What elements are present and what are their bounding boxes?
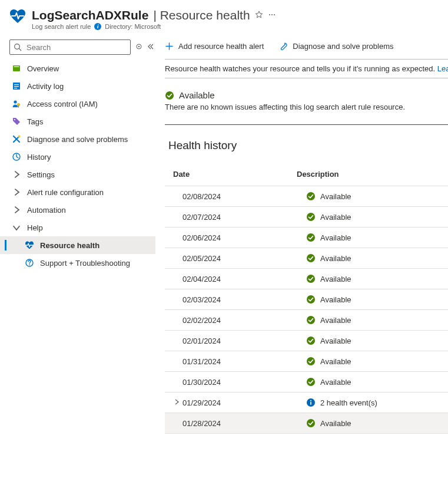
cell-description: Available [306, 212, 448, 222]
sidebar-item-alert-config[interactable]: Alert rule configuration [0, 183, 155, 201]
svg-rect-19 [18, 105, 19, 108]
svg-line-8 [19, 48, 21, 51]
status-ok-icon [306, 377, 316, 387]
svg-point-21 [18, 136, 21, 138]
cell-description: Available [306, 274, 448, 283]
status-block: Available There are no known issues affe… [165, 90, 448, 111]
expand-chevron-icon[interactable] [173, 398, 180, 405]
sidebar-item-label: Resource health [40, 241, 99, 250]
svg-rect-14 [14, 84, 19, 85]
tags-icon [12, 117, 21, 126]
cell-date: 02/02/2024 [182, 316, 306, 325]
iam-icon [12, 99, 21, 108]
table-row[interactable]: 02/02/2024Available [165, 310, 448, 331]
cell-date: 02/06/2024 [182, 233, 306, 242]
table-row[interactable]: 02/07/2024Available [165, 207, 448, 227]
cell-description: Available [306, 357, 448, 366]
sidebar-search-box[interactable] [9, 39, 131, 55]
toolbar: Add resource health alert Diagnose and s… [165, 37, 448, 59]
chevron-right-icon [12, 205, 21, 215]
status-ok-icon [306, 295, 316, 304]
more-menu-icon[interactable] [268, 11, 276, 21]
cell-date: 02/03/2024 [182, 295, 306, 304]
sidebar-item-label: Access control (IAM) [27, 100, 98, 108]
learn-more-link[interactable]: Lea [437, 64, 448, 73]
cell-date: 01/28/2024 [182, 419, 306, 428]
sidebar-item-label: Tags [27, 117, 43, 126]
support-icon [25, 258, 34, 268]
chevron-right-icon [12, 170, 21, 179]
sidebar-search-input[interactable] [25, 42, 127, 52]
section-divider [165, 124, 448, 125]
sidebar-item-automation[interactable]: Automation [0, 201, 155, 219]
status-ok-icon [306, 336, 316, 345]
cell-date: 01/29/2024 [182, 398, 306, 407]
table-row[interactable]: 01/30/2024Available [165, 372, 448, 393]
sidebar-item-help[interactable]: Help [0, 219, 155, 236]
cell-date: 02/01/2024 [182, 337, 306, 345]
table-row[interactable]: 02/01/2024Available [165, 331, 448, 351]
status-ok-icon [306, 357, 316, 366]
sidebar-item-activity-log[interactable]: Activity log [0, 77, 155, 95]
collapse-sidebar-icon[interactable] [147, 43, 154, 52]
page-title-suffix: | Resource health [153, 8, 250, 22]
resource-heart-icon [9, 8, 26, 27]
sidebar-item-settings[interactable]: Settings [0, 166, 155, 183]
cell-description: Available [306, 377, 448, 387]
main-content: Add resource health alert Diagnose and s… [155, 34, 448, 496]
sidebar-pin-icon[interactable] [135, 43, 142, 52]
search-icon [14, 43, 22, 51]
cell-date: 02/08/2024 [182, 192, 306, 201]
resource-health-icon [25, 240, 34, 250]
table-row[interactable]: 01/28/2024Available [165, 413, 448, 434]
sidebar-item-history[interactable]: History [0, 148, 155, 166]
info-badge-icon: i [94, 23, 101, 30]
plus-icon [165, 42, 174, 51]
col-header-date: Date [173, 170, 297, 179]
sidebar-item-tags[interactable]: Tags [0, 113, 155, 130]
status-ok-icon [306, 418, 316, 428]
sidebar-item-resource-health[interactable]: Resource health [0, 236, 155, 254]
table-row[interactable]: 01/29/20242 health event(s) [165, 393, 448, 413]
status-ok-icon [306, 315, 316, 325]
sidebar-item-label: Help [27, 223, 43, 232]
col-header-description: Description [297, 170, 448, 179]
chevron-down-icon [12, 223, 21, 232]
status-label: Available [179, 90, 215, 100]
cell-description: Available [306, 418, 448, 428]
sidebar-item-overview[interactable]: Overview [0, 60, 155, 77]
svg-rect-16 [14, 88, 17, 88]
favorite-star-icon[interactable] [255, 11, 263, 21]
svg-point-4 [269, 14, 270, 15]
cell-description: Available [306, 233, 448, 242]
info-bar: Resource health watches your resource an… [165, 59, 448, 78]
svg-point-7 [15, 44, 20, 50]
cell-date: 01/30/2024 [182, 378, 306, 387]
table-row[interactable]: 02/04/2024Available [165, 269, 448, 289]
cell-description: Available [306, 295, 448, 304]
activity-log-icon [12, 81, 21, 91]
add-health-alert-button[interactable]: Add resource health alert [165, 42, 264, 51]
table-row[interactable]: 01/31/2024Available [165, 351, 448, 372]
history-icon [12, 152, 21, 161]
sidebar-item-label: Support + Troubleshooting [40, 259, 130, 268]
directory-label: Directory: Microsoft [105, 23, 161, 30]
diagnose-icon [12, 134, 21, 144]
sidebar-item-label: Diagnose and solve problems [27, 135, 128, 144]
sidebar-item-diagnose[interactable]: Diagnose and solve problems [0, 130, 155, 148]
overview-icon [12, 64, 21, 73]
svg-point-6 [274, 14, 275, 15]
resource-type-label: Log search alert rule [32, 23, 91, 30]
table-row[interactable]: 02/05/2024Available [165, 248, 448, 269]
svg-point-17 [14, 100, 16, 103]
status-subtext: There are no known issues affecting this… [165, 103, 448, 111]
sidebar-item-iam[interactable]: Access control (IAM) [0, 95, 155, 113]
table-row[interactable]: 02/03/2024Available [165, 289, 448, 310]
status-ok-icon [306, 212, 316, 222]
cell-description: Available [306, 315, 448, 325]
table-row[interactable]: 02/06/2024Available [165, 227, 448, 248]
sidebar-item-support[interactable]: Support + Troubleshooting [0, 254, 155, 272]
sidebar-item-label: Activity log [27, 82, 64, 91]
table-row[interactable]: 02/08/2024Available [165, 186, 448, 207]
diagnose-button[interactable]: Diagnose and solve problems [279, 42, 393, 51]
